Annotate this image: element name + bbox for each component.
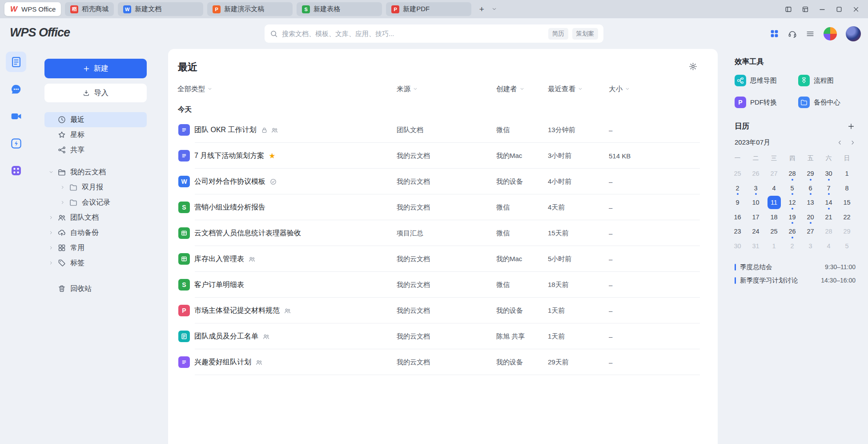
calendar-day-29[interactable]: 29 [801,166,820,181]
calendar-day-16[interactable]: 16 [728,210,747,225]
gear-icon[interactable] [689,62,697,71]
file-row[interactable]: S营销小组业绩分析报告我的云文档微信4天前– [168,194,718,220]
tab-新建演示文稿[interactable]: P新建演示文稿 [207,2,293,16]
search-bar[interactable]: 简历 策划案 [265,24,603,43]
sidebar-item-trash[interactable]: 回收站 [44,281,147,296]
user-avatar[interactable] [846,26,861,41]
calendar-day-12[interactable]: 12 [783,195,801,210]
calendar-day-4[interactable]: 4 [820,239,838,254]
meeting-rail-icon[interactable] [6,106,26,126]
calendar-day-25[interactable]: 25 [728,166,747,181]
search-input[interactable] [282,30,544,37]
calendar-day-3[interactable]: 3 [801,239,820,254]
tab-新建文档[interactable]: W新建文档 [118,2,203,16]
sidebar-item-常用[interactable]: 常用 [44,240,147,255]
apps-grid-icon[interactable] [770,29,779,38]
tool-备份中心[interactable]: 备份中心 [798,97,862,108]
chevron-right-icon[interactable] [56,200,69,205]
calendar-day-15[interactable]: 15 [838,195,856,210]
close-icon[interactable] [848,3,864,16]
documents-rail-icon[interactable] [6,52,26,72]
support-headset-icon[interactable] [788,29,797,38]
chevron-right-icon[interactable] [44,246,58,250]
filter-全部类型[interactable]: 全部类型 [177,85,397,94]
calendar-event[interactable]: 季度总结会9:30–11:00 [735,260,868,274]
calendar-day-11[interactable]: 11 [765,195,783,210]
calendar-day-18[interactable]: 18 [765,210,783,225]
tool-思维导图[interactable]: 思维导图 [735,75,798,86]
file-row[interactable]: 库存出入管理表我的云文档我的Mac5小时前– [168,246,718,272]
menu-icon[interactable] [806,29,815,38]
sidebar-item-星标[interactable]: 星标 [44,127,147,142]
import-button[interactable]: 导入 [44,84,147,102]
chevron-right-icon[interactable] [44,215,58,220]
calendar-day-7[interactable]: 7 [820,181,838,196]
calendar-day-28[interactable]: 28 [820,224,838,239]
calendar-day-3[interactable]: 3 [747,181,765,196]
calendar-day-26[interactable]: 26 [747,166,765,181]
sidebar-item-会议记录[interactable]: 会议记录 [44,195,147,210]
calendar-day-2[interactable]: 2 [728,181,747,196]
new-document-button[interactable]: 新建 [44,59,147,78]
filter-大小[interactable]: 大小 [609,85,718,94]
calendar-day-9[interactable]: 9 [728,195,747,210]
maximize-icon[interactable] [832,3,847,16]
apps-rail-icon[interactable] [6,160,26,181]
tab-新建表格[interactable]: S新建表格 [297,2,382,16]
wps-member-ball-icon[interactable] [824,27,837,40]
chevron-down-icon[interactable] [44,170,58,174]
sidebar-item-双月报[interactable]: 双月报 [44,180,147,195]
filter-来源[interactable]: 来源 [397,85,496,94]
file-row[interactable]: 云文档管人员信息统计表理器验收项目汇总微信15天前– [168,220,718,246]
sidebar-item-团队文档[interactable]: 团队文档 [44,210,147,225]
calendar-prev-icon[interactable] [837,140,843,145]
filter-最近查看[interactable]: 最近查看 [548,85,609,94]
sidebar-item-我的云文档[interactable]: 我的云文档 [44,165,147,180]
search-tag-resume[interactable]: 简历 [548,28,568,40]
tool-PDF转换[interactable]: PPDF转换 [735,97,798,108]
calendar-day-19[interactable]: 19 [783,210,801,225]
tab-稻壳商城[interactable]: 稻稻壳商城 [65,2,114,16]
file-row[interactable]: P市场主体登记提交材料规范我的云文档我的设备1天前– [168,298,718,323]
messages-rail-icon[interactable] [6,79,26,99]
file-row[interactable]: 团队 OKR 工作计划团队文档微信13分钟前– [168,117,718,143]
calendar-day-8[interactable]: 8 [838,181,856,196]
chevron-right-icon[interactable] [56,185,69,190]
calendar-day-5[interactable]: 5 [838,239,856,254]
filter-创建者[interactable]: 创建者 [496,85,548,94]
calendar-next-icon[interactable] [850,140,856,145]
calendar-day-22[interactable]: 22 [838,210,856,225]
calendar-day-27[interactable]: 27 [801,224,820,239]
sidebar-item-标签[interactable]: 标签 [44,255,147,270]
calendar-day-21[interactable]: 21 [820,210,838,225]
calendar-day-10[interactable]: 10 [747,195,765,210]
calendar-day-17[interactable]: 17 [747,210,765,225]
calendar-day-29[interactable]: 29 [838,224,856,239]
new-tab-button[interactable]: + [475,3,488,16]
search-tag-plan[interactable]: 策划案 [572,28,599,40]
calendar-day-25[interactable]: 25 [765,224,783,239]
minimize-icon[interactable] [815,3,830,16]
chevron-right-icon[interactable] [44,230,58,235]
calendar-add-icon[interactable] [848,123,855,130]
calendar-day-24[interactable]: 24 [747,224,765,239]
calendar-day-26[interactable]: 26 [783,224,801,239]
tab-list-chevron[interactable] [488,3,500,16]
calendar-day-30[interactable]: 30 [820,166,838,181]
calendar-day-1[interactable]: 1 [765,239,783,254]
calendar-day-5[interactable]: 5 [783,181,801,196]
calendar-event[interactable]: 新季度学习计划讨论14:30–16:00 [735,274,868,287]
sidebar-item-最近[interactable]: 最近 [44,112,147,127]
calendar-day-27[interactable]: 27 [765,166,783,181]
calendar-day-1[interactable]: 1 [838,166,856,181]
file-row[interactable]: 7 月线下活动策划方案★我的云文档我的Mac3小时前514 KB [168,143,718,169]
sidebar-item-共享[interactable]: 共享 [44,142,147,157]
sidebar-toggle-icon[interactable] [781,3,796,16]
sidebar-item-自动备份[interactable]: 自动备份 [44,225,147,240]
file-row[interactable]: W公司对外合作协议模板我的云文档我的设备4小时前– [168,169,718,194]
calendar-day-2[interactable]: 2 [783,239,801,254]
quick-transfer-rail-icon[interactable] [6,133,26,153]
calendar-day-20[interactable]: 20 [801,210,820,225]
calendar-day-30[interactable]: 30 [728,239,747,254]
tab-新建PDF[interactable]: P新建PDF [386,2,471,16]
